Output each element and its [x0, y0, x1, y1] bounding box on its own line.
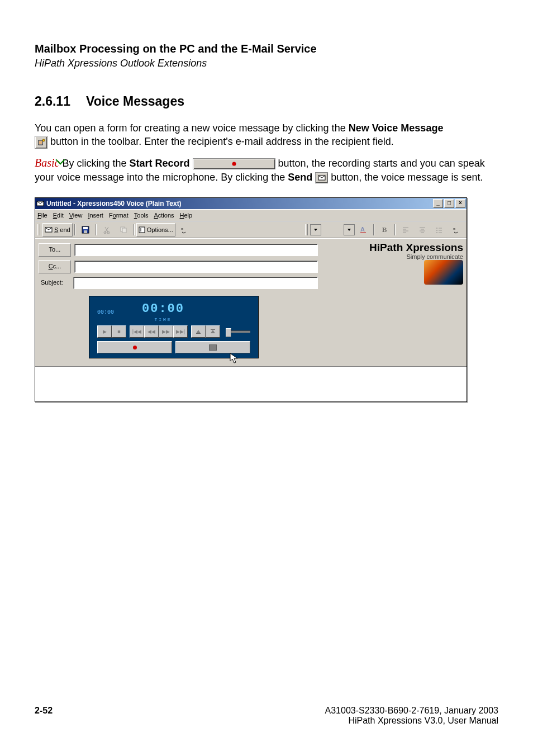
text: button, the voice message is sent. — [331, 172, 483, 183]
vol-up-button[interactable] — [206, 325, 220, 338]
section-heading: 2.6.11Voice Messages — [35, 94, 498, 109]
text: You can open a form for creating a new v… — [35, 122, 349, 134]
rewind-button[interactable]: ◀◀ — [144, 325, 159, 338]
svg-rect-15 — [360, 232, 366, 233]
align-center-button[interactable] — [414, 223, 431, 237]
page-heading: Mailbox Processing on the PC and the E-M… — [35, 42, 498, 55]
page-footer: 2-52 A31003-S2330-B690-2-7619, January 2… — [35, 706, 498, 726]
menu-help[interactable]: Help — [180, 212, 193, 219]
separator — [394, 224, 396, 235]
bold-text: Start Record — [130, 158, 190, 169]
app-icon — [36, 200, 44, 207]
options-label: Options... — [147, 226, 173, 233]
separator — [74, 224, 75, 235]
forward-button[interactable]: ▶▶ — [159, 325, 173, 338]
cut-button[interactable] — [98, 223, 115, 237]
message-body[interactable] — [35, 366, 467, 401]
cc-field[interactable] — [74, 261, 318, 273]
voice-player: 00:00 00:00TIME ▶ ■ |◀◀ ◀◀ ▶▶ ▶▶| — [89, 296, 259, 358]
svg-rect-6 — [83, 227, 88, 229]
section-title: Voice Messages — [86, 94, 184, 108]
close-button[interactable]: × — [455, 199, 465, 208]
menu-format[interactable]: Format — [109, 212, 129, 219]
separator — [96, 224, 97, 235]
bold-text: New Voice Message — [349, 122, 444, 134]
menubar: File Edit View Insert Format Tools Actio… — [35, 209, 467, 221]
stop-button[interactable]: ■ — [112, 325, 126, 338]
bullets-button[interactable] — [431, 223, 448, 237]
play-button[interactable]: ▶ — [97, 325, 112, 338]
subject-field[interactable] — [73, 277, 318, 289]
seek-slider[interactable] — [226, 325, 250, 338]
doc-name: HiPath Xpressions V3.0, User Manual — [348, 716, 498, 725]
doc-id: A31003-S2330-B690-2-7619, January 2003 — [325, 706, 498, 715]
section-number: 2.6.11 — [35, 94, 86, 109]
toolbar: Send Options... » A B » — [35, 221, 467, 238]
menu-view[interactable]: View — [69, 212, 83, 219]
font-dropdown[interactable] — [310, 224, 321, 235]
font-color-button[interactable]: A — [355, 223, 372, 237]
send-button-inline — [315, 172, 328, 183]
to-field[interactable] — [74, 244, 318, 256]
svg-point-16 — [436, 228, 437, 229]
svg-rect-7 — [84, 230, 87, 233]
menu-tools[interactable]: Tools — [134, 212, 149, 219]
window-title: Untitled - Xpressions450 Voice (Plain Te… — [46, 200, 432, 207]
svg-rect-12 — [139, 227, 145, 233]
paragraph-2: Basic By clicking the Start Record butto… — [35, 155, 498, 184]
bold-button[interactable]: B — [376, 223, 393, 237]
basic-tag: Basic — [35, 155, 59, 171]
voice-message-window: Untitled - Xpressions450 Voice (Plain Te… — [35, 197, 467, 402]
menu-edit[interactable]: Edit — [53, 212, 64, 219]
paragraph-1: You can open a form for creating a new v… — [35, 121, 498, 149]
svg-rect-21 — [211, 329, 215, 330]
separator — [373, 224, 374, 235]
text: By clicking the — [62, 158, 129, 169]
svg-text:A: A — [360, 226, 365, 233]
options-button[interactable]: Options... — [136, 223, 175, 237]
brand-image — [424, 260, 463, 285]
maximize-button[interactable]: □ — [444, 199, 454, 208]
grip — [305, 224, 308, 235]
page-number: 2-52 — [35, 706, 53, 726]
cc-button[interactable]: Cc... — [39, 260, 71, 273]
skip-start-button[interactable]: |◀◀ — [130, 325, 144, 338]
record-button[interactable] — [97, 341, 172, 353]
svg-text:»: » — [453, 226, 456, 231]
send-button[interactable]: Send — [42, 223, 73, 237]
elapsed-time: 00:00 — [97, 309, 114, 315]
new-voice-message-icon — [35, 136, 47, 149]
menu-file[interactable]: File — [37, 212, 47, 219]
save-button[interactable] — [77, 223, 94, 237]
vol-down-button[interactable] — [191, 325, 206, 338]
svg-point-17 — [436, 230, 437, 231]
minimize-button[interactable]: _ — [433, 199, 443, 208]
text: button in the toolbar. Enter the recipie… — [50, 136, 394, 147]
copy-button[interactable] — [115, 223, 132, 237]
start-record-button-inline — [193, 158, 275, 169]
svg-point-1 — [42, 139, 45, 141]
page-subtitle: HiPath Xpressions Outlook Extensions — [35, 58, 498, 69]
svg-rect-11 — [122, 228, 126, 233]
svg-text:»: » — [181, 226, 184, 231]
total-time: 00:00TIME — [142, 302, 184, 322]
font-size-dropdown[interactable] — [344, 224, 355, 235]
svg-rect-20 — [196, 333, 201, 334]
separator — [134, 224, 135, 235]
grip — [37, 224, 40, 235]
menu-insert[interactable]: Insert — [88, 212, 103, 219]
to-button[interactable]: To... — [39, 243, 71, 257]
open-file-button[interactable] — [175, 341, 250, 353]
toolbar-overflow-2[interactable]: » — [448, 223, 464, 237]
skip-end-button[interactable]: ▶▶| — [173, 325, 188, 338]
align-left-button[interactable] — [397, 223, 414, 237]
bold-text: Send — [288, 172, 312, 183]
toolbar-overflow[interactable]: » — [175, 223, 192, 237]
brand-subtitle: Simply communicate — [321, 253, 463, 260]
brand-title: HiPath Xpressions — [321, 242, 463, 253]
titlebar: Untitled - Xpressions450 Voice (Plain Te… — [35, 198, 467, 209]
subject-label: Subject: — [39, 277, 70, 289]
svg-point-18 — [436, 232, 437, 233]
menu-actions[interactable]: Actions — [154, 212, 174, 219]
